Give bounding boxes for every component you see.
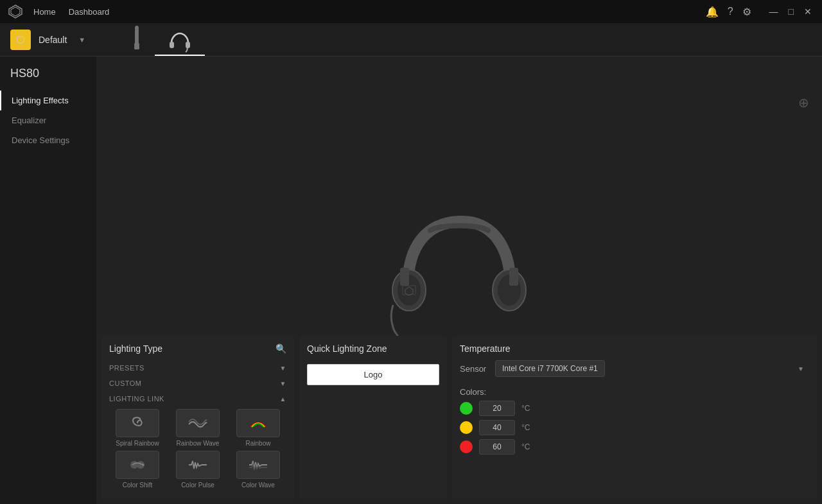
device-tab-headset[interactable] <box>155 23 205 56</box>
bottom-panels: Lighting Type 🔍 PRESETS ▼ CUSTOM ▼ <box>96 331 822 504</box>
nav-dashboard[interactable]: Dashboard <box>69 7 110 17</box>
settings-icon[interactable]: ⚙ <box>742 6 751 18</box>
maximize-button[interactable]: □ <box>786 6 796 17</box>
effect-color-pulse[interactable]: Color Pulse <box>170 451 226 489</box>
color-row-green: °C <box>460 401 809 416</box>
lighting-link-chevron-icon: ▲ <box>280 395 286 403</box>
right-hint-icon-top: ⊕ <box>798 95 809 110</box>
nav-home[interactable]: Home <box>33 7 56 17</box>
svg-rect-2 <box>135 26 139 44</box>
lighting-type-title: Lighting Type <box>109 343 162 354</box>
lighting-link-section[interactable]: LIGHTING LINK ▲ <box>109 391 286 406</box>
profilebar: ⬡ Default ▼ <box>0 23 822 56</box>
effect-rainbow[interactable]: Rainbow <box>230 409 286 447</box>
temp-input-red[interactable] <box>479 439 515 455</box>
custom-section[interactable]: CUSTOM ▼ <box>109 376 286 391</box>
custom-chevron-icon: ▼ <box>280 380 286 387</box>
device-title: HS80 <box>0 67 96 91</box>
color-shift-label: Color Shift <box>123 482 153 489</box>
svg-rect-10 <box>400 268 409 286</box>
presets-chevron-icon: ▼ <box>280 365 286 372</box>
help-icon[interactable]: ? <box>728 6 733 17</box>
svg-rect-4 <box>170 42 174 48</box>
color-dot-yellow[interactable] <box>460 421 473 434</box>
color-row-yellow: °C <box>460 420 809 435</box>
logo-zone-button[interactable]: Logo <box>307 364 439 385</box>
titlebar-nav: Home Dashboard <box>33 7 695 17</box>
temp-unit-yellow: °C <box>521 423 530 432</box>
sidebar-item-equalizer[interactable]: Equalizer <box>0 110 96 130</box>
effect-color-wave[interactable]: Color Wave <box>230 451 286 489</box>
svg-rect-3 <box>134 43 139 49</box>
lighting-link-label: LIGHTING LINK <box>109 395 164 403</box>
sensor-chevron-icon: ▼ <box>798 365 804 372</box>
quick-lighting-panel: Quick Lighting Zone Logo <box>299 336 447 499</box>
profile-name: Default <box>39 35 67 45</box>
quick-lighting-header: Quick Lighting Zone <box>307 343 439 354</box>
temp-input-yellow[interactable] <box>479 420 515 435</box>
svg-marker-1 <box>11 7 20 16</box>
color-pulse-btn[interactable] <box>176 451 220 479</box>
effect-grid: Spiral Rainbow Rainbow Wave <box>109 409 286 491</box>
effect-rainbow-wave[interactable]: Rainbow Wave <box>170 409 226 447</box>
sidebar: HS80 Lighting Effects Equalizer Device S… <box>0 56 96 504</box>
temp-unit-green: °C <box>521 404 530 413</box>
sidebar-item-device-settings[interactable]: Device Settings <box>0 130 96 150</box>
effect-spiral-rainbow[interactable]: Spiral Rainbow <box>109 409 166 447</box>
titlebar: Home Dashboard 🔔 ? ⚙ — □ ✕ <box>0 0 822 23</box>
quick-lighting-title: Quick Lighting Zone <box>307 343 387 354</box>
sensor-wrapper: Intel Core i7 7700K Core #1 ▼ <box>495 360 809 377</box>
device-tab-dongle[interactable] <box>119 23 155 56</box>
sensor-select[interactable]: Intel Core i7 7700K Core #1 <box>495 360 605 377</box>
temperature-header: Temperature <box>460 343 809 354</box>
titlebar-actions: 🔔 ? ⚙ <box>706 6 751 18</box>
spiral-rainbow-label: Spiral Rainbow <box>116 440 159 447</box>
minimize-button[interactable]: — <box>767 6 781 17</box>
notification-icon[interactable]: 🔔 <box>706 6 719 18</box>
custom-label: CUSTOM <box>109 379 141 387</box>
spiral-rainbow-btn[interactable] <box>116 409 159 437</box>
sidebar-item-lighting-effects[interactable]: Lighting Effects <box>0 91 96 110</box>
sensor-label: Sensor <box>460 364 489 374</box>
main-content: HS80 Lighting Effects Equalizer Device S… <box>0 56 822 504</box>
presets-label: PRESETS <box>109 364 144 372</box>
sensor-row: Sensor Intel Core i7 7700K Core #1 ▼ <box>460 360 809 377</box>
window-controls: — □ ✕ <box>767 6 814 17</box>
profile-icon: ⬡ <box>10 30 31 50</box>
color-shift-btn[interactable] <box>116 451 159 479</box>
effect-color-shift[interactable]: Color Shift <box>109 451 166 489</box>
lighting-scroll[interactable]: PRESETS ▼ CUSTOM ▼ LIGHTING LINK ▲ <box>109 360 286 491</box>
color-pulse-label: Color Pulse <box>181 482 214 489</box>
temperature-panel: Temperature Sensor Intel Core i7 7700K C… <box>452 336 817 499</box>
rainbow-wave-btn[interactable] <box>176 409 220 437</box>
color-dot-green[interactable] <box>460 402 473 415</box>
lighting-type-panel: Lighting Type 🔍 PRESETS ▼ CUSTOM ▼ <box>101 336 294 499</box>
search-icon[interactable]: 🔍 <box>275 343 286 354</box>
color-wave-btn[interactable] <box>236 451 280 479</box>
temp-input-green[interactable] <box>479 401 515 416</box>
colors-label: Colors: <box>460 387 809 397</box>
app-logo <box>8 4 23 19</box>
color-row-red: °C <box>460 439 809 455</box>
rainbow-label: Rainbow <box>246 440 271 447</box>
profile-chevron-icon[interactable]: ▼ <box>78 36 85 44</box>
rainbow-wave-label: Rainbow Wave <box>177 440 220 447</box>
rainbow-btn[interactable] <box>236 409 280 437</box>
temperature-title: Temperature <box>460 343 511 354</box>
center-view: ⊕ ⊕ Lighting Type 🔍 PRESETS ▼ C <box>96 56 822 504</box>
close-button[interactable]: ✕ <box>801 6 814 17</box>
color-dot-red[interactable] <box>460 440 473 453</box>
svg-rect-11 <box>509 268 518 286</box>
device-tabs <box>119 23 205 56</box>
lighting-type-header: Lighting Type 🔍 <box>109 343 286 354</box>
temp-unit-red: °C <box>521 442 530 451</box>
color-wave-label: Color Wave <box>241 482 275 489</box>
presets-section[interactable]: PRESETS ▼ <box>109 360 286 376</box>
